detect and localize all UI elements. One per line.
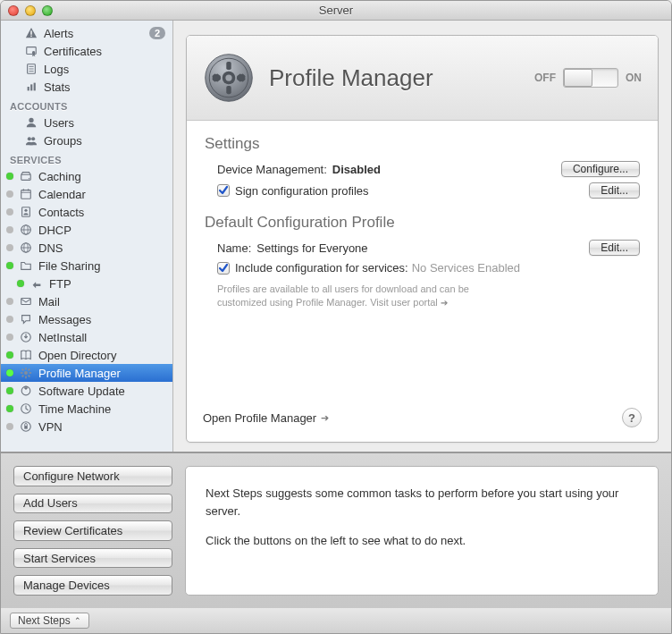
- include-services-value: No Services Enabled: [412, 261, 520, 275]
- status-dot: [6, 262, 13, 269]
- svg-rect-48: [226, 86, 231, 94]
- sidebar-item-ftp[interactable]: FTP: [1, 275, 172, 292]
- svg-rect-47: [226, 62, 231, 70]
- sidebar-item-dhcp[interactable]: DHCP: [1, 221, 172, 239]
- svg-line-38: [22, 376, 24, 377]
- default-profile-heading: Default Configuration Profile: [205, 214, 640, 232]
- status-dot: [6, 173, 13, 180]
- sidebar-item-time-machine[interactable]: Time Machine: [1, 400, 172, 418]
- svg-point-12: [28, 137, 31, 140]
- on-label: ON: [626, 72, 642, 84]
- sidebar-item-label: Certificates: [44, 45, 165, 58]
- page-title: Profile Manager: [269, 64, 520, 92]
- sidebar-item-logs[interactable]: Logs: [1, 60, 172, 78]
- bubble-icon: [19, 312, 33, 326]
- sidebar-item-label: File Sharing: [38, 259, 165, 273]
- profile-edit-button[interactable]: Edit...: [589, 240, 640, 256]
- sidebar-item-label: Messages: [38, 313, 165, 326]
- sidebar-item-profile-manager[interactable]: Profile Manager: [1, 364, 172, 382]
- sidebar-item-label: Profile Manager: [38, 367, 165, 380]
- gear-icon: [19, 366, 33, 380]
- profile-hint: Profiles are available to all users for …: [205, 277, 640, 310]
- sidebar-item-groups[interactable]: Groups: [1, 131, 172, 149]
- sidebar-item-open-directory[interactable]: Open Directory: [1, 346, 172, 364]
- svg-point-13: [31, 137, 35, 140]
- sidebar-item-contacts[interactable]: Contacts: [1, 203, 172, 221]
- profile-manager-icon: [203, 52, 255, 104]
- sidebar-item-vpn[interactable]: VPN: [1, 418, 172, 435]
- svg-line-37: [29, 376, 30, 377]
- open-profile-manager-link[interactable]: Open Profile Manager ➔: [203, 411, 329, 425]
- sidebar-item-stats[interactable]: Stats: [1, 78, 172, 96]
- status-dot: [6, 387, 13, 394]
- sign-edit-button[interactable]: Edit...: [589, 182, 640, 199]
- globe-icon: [19, 241, 33, 255]
- svg-rect-10: [34, 83, 36, 91]
- svg-line-39: [29, 369, 30, 371]
- start-services-button[interactable]: Start Services: [13, 548, 172, 569]
- svg-rect-1: [30, 36, 31, 37]
- svg-point-21: [24, 209, 27, 212]
- sidebar-item-users[interactable]: Users: [1, 114, 172, 131]
- netinstall-icon: [19, 330, 33, 344]
- alerts-icon: [24, 26, 38, 40]
- sidebar-item-label: Contacts: [38, 206, 165, 219]
- profile-name-label: Name:: [217, 241, 251, 255]
- sidebar-item-label: VPN: [38, 420, 165, 434]
- service-toggle[interactable]: [563, 68, 618, 88]
- svg-point-15: [29, 178, 29, 179]
- manage-devices-button[interactable]: Manage Devices: [13, 575, 172, 596]
- add-users-button[interactable]: Add Users: [13, 494, 172, 514]
- accounts-header: ACCOUNTS: [1, 96, 172, 114]
- status-dot: [6, 405, 13, 412]
- svg-line-36: [22, 369, 24, 371]
- next-steps-panel: Configure NetworkAdd UsersReview Certifi…: [1, 452, 671, 608]
- statusbar: Next Steps ⌃: [1, 608, 671, 633]
- include-services-checkbox[interactable]: Include configuration for services:: [217, 261, 408, 275]
- configure-button[interactable]: Configure...: [561, 161, 640, 177]
- help-button[interactable]: ?: [622, 408, 642, 427]
- badge: 2: [149, 27, 165, 39]
- sidebar-item-caching[interactable]: Caching: [1, 167, 172, 185]
- sidebar-item-alerts[interactable]: Alerts2: [1, 24, 172, 42]
- status-dot: [6, 316, 13, 323]
- sidebar-item-file-sharing[interactable]: File Sharing: [1, 257, 172, 275]
- arrow-icon: ➔: [321, 412, 329, 424]
- svg-point-3: [32, 51, 36, 55]
- sidebar-item-messages[interactable]: Messages: [1, 310, 172, 328]
- sidebar-item-label: NetInstall: [38, 331, 165, 344]
- review-certificates-button[interactable]: Review Certificates: [13, 520, 172, 541]
- device-mgmt-label: Device Management:: [217, 163, 327, 176]
- arrow-icon[interactable]: ➔: [441, 298, 448, 308]
- status-dot: [6, 423, 13, 430]
- next-steps-toggle[interactable]: Next Steps ⌃: [10, 613, 89, 629]
- status-dot: [6, 334, 13, 341]
- checkbox-icon: [217, 262, 230, 275]
- sign-profiles-checkbox[interactable]: Sign configuration profiles: [217, 184, 369, 198]
- sidebar-item-mail[interactable]: Mail: [1, 292, 172, 310]
- device-mgmt-value: Disabled: [332, 163, 381, 176]
- sidebar-item-label: Logs: [44, 63, 165, 76]
- configure-network-button[interactable]: Configure Network: [13, 466, 172, 486]
- sign-profiles-label: Sign configuration profiles: [235, 184, 369, 198]
- sidebar-item-software-update[interactable]: Software Update: [1, 382, 172, 400]
- sidebar-item-calendar[interactable]: Calendar: [1, 185, 172, 203]
- sidebar-item-dns[interactable]: DNS: [1, 239, 172, 257]
- users-icon: [24, 115, 38, 130]
- sidebar-item-label: Open Directory: [38, 349, 165, 362]
- svg-point-11: [29, 118, 33, 123]
- sidebar-item-label: Mail: [38, 295, 165, 309]
- main-panel: Profile Manager OFF ON Settings Device M…: [173, 21, 671, 452]
- svg-rect-20: [22, 207, 30, 217]
- folder-icon: [19, 258, 33, 273]
- status-dot: [6, 208, 13, 216]
- logs-icon: [24, 62, 38, 76]
- stats-icon: [24, 80, 38, 94]
- card-header: Profile Manager OFF ON: [187, 36, 658, 121]
- svg-point-55: [225, 74, 231, 80]
- sidebar-item-label: Users: [44, 116, 165, 130]
- sidebar-item-netinstall[interactable]: NetInstall: [1, 328, 172, 346]
- svg-rect-14: [21, 174, 31, 180]
- sidebar-item-certificates[interactable]: Certificates: [1, 42, 172, 60]
- book-icon: [19, 348, 33, 362]
